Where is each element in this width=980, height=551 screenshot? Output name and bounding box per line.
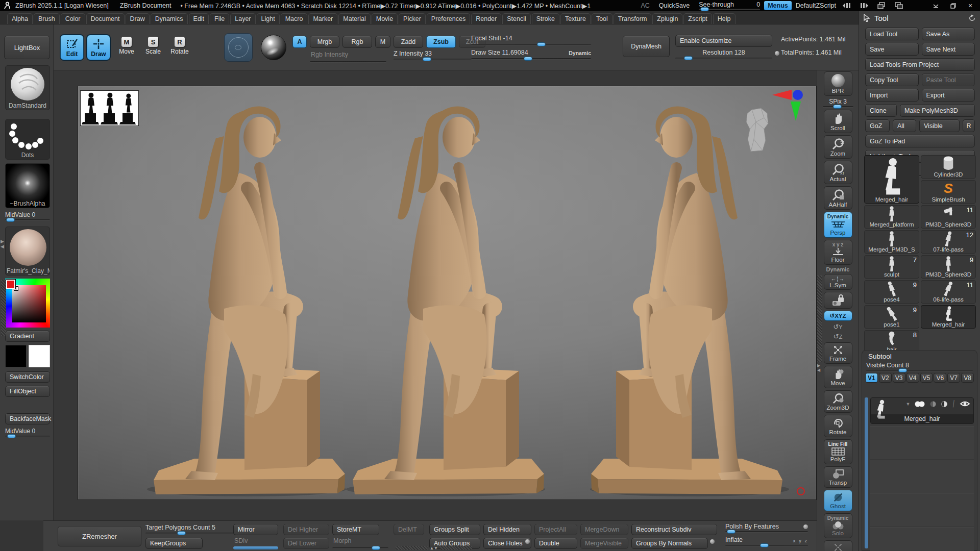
tool-thumb-pm3d-sphere3d-1[interactable]: 11 PM3D_Sphere3D (921, 205, 976, 229)
subtool-empty-row[interactable] (870, 527, 974, 551)
inflate-slider[interactable]: Inflate x y z (725, 536, 808, 546)
bpr-button[interactable]: BPR (824, 71, 852, 96)
menu-alpha[interactable]: Alpha (7, 13, 33, 24)
left-divider-grip[interactable] (1, 280, 6, 336)
default-zscript-button[interactable]: DefaultZScript (796, 2, 836, 9)
canvas-area[interactable] (54, 70, 817, 520)
tool-thumb-merged-hair-active[interactable]: Merged_hair (864, 155, 919, 204)
save-button[interactable]: Save (865, 43, 919, 56)
visibility-eye-icon[interactable] (960, 400, 970, 408)
subtool-scrollbar[interactable] (865, 397, 868, 548)
scale-mode-button[interactable]: S Scale (141, 37, 165, 55)
polypaint-on-icon[interactable] (914, 401, 925, 407)
z-rotate-icon[interactable]: ↺Z (834, 333, 843, 340)
menu-material[interactable]: Material (338, 13, 370, 24)
midvalue-slider-bottom[interactable]: MidValue 0 (5, 428, 50, 437)
menu-zscript[interactable]: Zscript (683, 13, 712, 24)
restore-button[interactable] (946, 2, 960, 10)
del-lower-button[interactable]: Del Lower (283, 538, 329, 549)
current-brush-tile[interactable]: DamStandard (5, 65, 50, 110)
close-holes-dot[interactable] (525, 539, 530, 544)
tool-thumb-pose1[interactable]: 9 pose1 (864, 305, 919, 329)
xpose-button[interactable]: Xpose (824, 540, 852, 551)
tool-thumb-07-life-pass[interactable]: 12 07-life-pass (921, 230, 976, 254)
groups-split-button[interactable]: Groups Split (429, 524, 480, 535)
midvalue-slider-top[interactable]: MidValue 0 (5, 211, 50, 221)
menu-help[interactable]: Help (713, 13, 736, 24)
ghost-button[interactable]: Ghost (824, 490, 852, 511)
zremesher-button[interactable]: ZRemesher (58, 526, 141, 546)
axis-gizmo[interactable] (771, 87, 812, 123)
paintbrush-icon[interactable]: ╱ (951, 400, 957, 407)
camera-bust-widget[interactable] (742, 107, 772, 155)
del-hidden-button[interactable]: Del Hidden (483, 524, 531, 535)
current-alpha-tile[interactable]: ~BrushAlpha (5, 163, 50, 208)
zadd-button[interactable]: Zadd (394, 36, 423, 48)
load-tool-button[interactable]: Load Tool (865, 28, 919, 40)
menu-transform[interactable]: Transform (614, 13, 652, 24)
right-divider-arrows[interactable]: ▶◀ (817, 363, 820, 372)
switchcolor-button[interactable]: SwitchColor (5, 371, 50, 383)
keepgroups-button[interactable]: KeepGroups (145, 538, 203, 549)
rotate-3d-button[interactable]: Rotate (824, 415, 852, 437)
scroll-arrows-icon[interactable]: ▲▼ (428, 546, 440, 550)
copy-tool-button[interactable]: Copy Tool (865, 73, 919, 86)
vtab-v1[interactable]: V1 (865, 373, 878, 383)
material-sphere-button[interactable] (261, 35, 286, 60)
statue-view-center[interactable] (337, 90, 552, 504)
tool-thumb-pose4[interactable]: 9 pose4 (864, 280, 919, 304)
polypaint-half-icon[interactable] (929, 401, 937, 407)
current-stroke-tile[interactable]: Dots (5, 119, 50, 160)
statue-view-left[interactable] (138, 90, 353, 504)
vtab-v8[interactable]: V8 (961, 373, 974, 383)
menu-light[interactable]: Light (257, 13, 280, 24)
canvas-h-scrollbar[interactable]: ▲▼ (396, 545, 472, 550)
tool-thumb-merged-pm3d[interactable]: Merged_PM3D_S (864, 230, 919, 254)
vtab-v7[interactable]: V7 (947, 373, 960, 383)
mergevisible-button[interactable]: MergeVisible (580, 538, 628, 549)
main-color-swatch[interactable] (5, 345, 27, 367)
projectall-button[interactable]: ProjectAll (534, 524, 577, 535)
sdiv-slider-label[interactable]: SDiv (234, 537, 248, 544)
see-through-slider[interactable]: See-through 0 (699, 1, 760, 10)
load-tools-from-project-button[interactable]: Load Tools From Project (865, 58, 975, 71)
mirror-button[interactable]: Mirror (233, 524, 278, 535)
solo-button[interactable]: Dynamic Solo (824, 513, 852, 538)
subtool-item-merged-hair[interactable]: ▼ ╱ Merged_hair (870, 397, 974, 424)
vtab-v3[interactable]: V3 (893, 373, 905, 383)
focal-shift-slider[interactable]: Focal Shift -14 (471, 35, 591, 45)
resolution-dot-toggle[interactable] (775, 51, 779, 56)
make-polymesh3d-button[interactable]: Make PolyMesh3D (900, 104, 975, 117)
menu-edit[interactable]: Edit (189, 13, 209, 24)
lsym-button[interactable]: ←¦→ L.Sym (824, 274, 852, 290)
quicksave-button[interactable]: QuickSave (654, 2, 695, 10)
color-a-button[interactable]: A (292, 36, 307, 48)
zoom-button[interactable]: Zoom (824, 135, 852, 159)
reconstruct-subdiv-button[interactable]: Reconstruct Subdiv (631, 524, 717, 535)
fillobject-button[interactable]: FillObject (5, 386, 50, 397)
left-divider-expand-icon[interactable]: ▶◀ (1, 239, 4, 249)
current-material-tile[interactable]: Fatmir's_Clay_Ma (5, 227, 50, 276)
backfacemask-button[interactable]: BackfaceMask (5, 413, 50, 424)
goz-r-button[interactable]: R (963, 119, 975, 132)
menu-movie[interactable]: Movie (372, 13, 398, 24)
color-picker[interactable] (5, 279, 50, 328)
delmt-button[interactable]: DelMT (394, 524, 424, 535)
close-button[interactable]: × (964, 2, 977, 10)
actual-button[interactable]: x1 Actual (824, 161, 852, 184)
draw-mode-button[interactable]: Draw (87, 35, 110, 60)
spix-slider[interactable]: SPix 3 (823, 98, 853, 108)
menu-stroke[interactable]: Stroke (532, 13, 559, 24)
y-rotate-icon[interactable]: ↺Y (833, 323, 842, 331)
menu-brush[interactable]: Brush (34, 13, 60, 24)
xyz-button[interactable]: ↺XYZ (824, 311, 852, 321)
secondary-color-swatch[interactable] (29, 345, 50, 367)
zsub-button[interactable]: Zsub (426, 36, 456, 48)
minimize-button[interactable] (929, 2, 942, 10)
scroll-button[interactable]: Scroll (824, 110, 852, 133)
subtool-dropdown-icon[interactable]: ▼ (905, 402, 910, 407)
groups-by-normals-button[interactable]: Groups By Normals (631, 538, 708, 549)
polish-by-features-slider[interactable]: Polish By Features (725, 523, 808, 533)
tool-thumb-merged-platform[interactable]: Merged_platform (864, 205, 919, 229)
menu-document[interactable]: Document (86, 13, 125, 24)
